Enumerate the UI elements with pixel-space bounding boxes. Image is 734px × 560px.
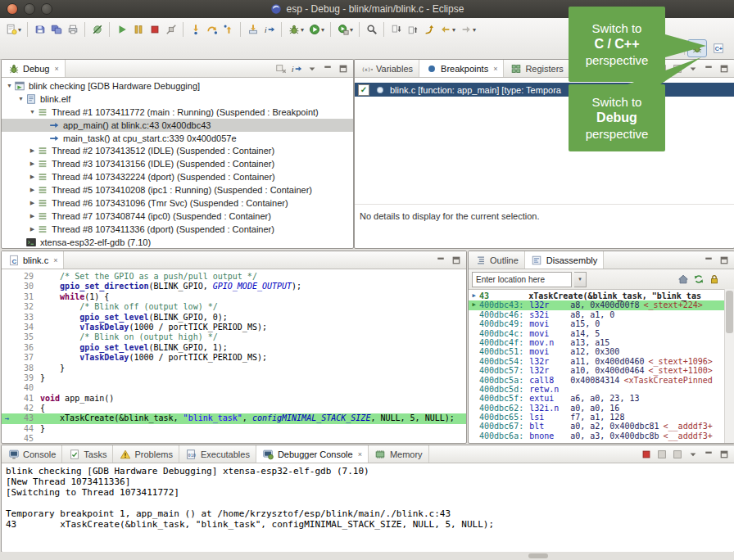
line-number[interactable]: 29: [12, 272, 40, 282]
twisty-icon[interactable]: ▶: [28, 200, 37, 206]
view-menu-icon[interactable]: [686, 448, 700, 461]
annotation-ruler[interactable]: [2, 332, 12, 342]
debug-tab-debug[interactable]: Debug×: [2, 60, 66, 77]
line-number[interactable]: 31: [12, 292, 40, 302]
lock-view-button[interactable]: [708, 273, 721, 286]
annotation-ruler[interactable]: [2, 272, 12, 282]
suspend-button[interactable]: [130, 20, 146, 38]
twisty-icon[interactable]: ▶: [28, 226, 37, 233]
twisty-icon[interactable]: ▶: [28, 187, 37, 193]
bottom-tab-console[interactable]: Console: [2, 445, 62, 463]
debug-tree-row[interactable]: ▶Thread #6 1073431096 (Tmr Svc) (Suspend…: [2, 196, 353, 210]
disconnect-button[interactable]: [163, 20, 179, 38]
annotation-ruler[interactable]: [2, 292, 12, 302]
step-over-button[interactable]: [204, 20, 220, 38]
forward-button[interactable]: ▾: [458, 20, 478, 38]
debug-tree-row[interactable]: ▶Thread #5 1073410208 (ipc1 : Running) (…: [2, 183, 353, 196]
instruction-stepping-button[interactable]: i: [261, 20, 277, 38]
instruction-stepping-mode-button[interactable]: i: [290, 62, 303, 75]
remove-all-terminated-button[interactable]: [274, 62, 288, 75]
back-button[interactable]: ▾: [437, 20, 457, 38]
breakpoint-checkbox[interactable]: ✓: [358, 84, 369, 96]
new-button[interactable]: ▾: [3, 20, 23, 38]
location-input[interactable]: [472, 272, 572, 287]
debug-tree-row[interactable]: ▼blink checking [GDB Hardware Debugging]: [2, 79, 353, 93]
search-button[interactable]: [364, 20, 379, 38]
debug-tree-row[interactable]: ▶Thread #4 1073432224 (dport) (Suspended…: [2, 170, 353, 183]
scrollbar[interactable]: [724, 289, 734, 443]
close-icon[interactable]: ×: [53, 256, 57, 264]
debug-tree-row[interactable]: ▶Thread #8 1073411336 (dport) (Suspended…: [2, 223, 353, 236]
debug-tree[interactable]: ▼blink checking [GDB Hardware Debugging]…: [2, 78, 353, 249]
align-to-pc-button[interactable]: [677, 273, 690, 286]
dropdown-arrow-icon[interactable]: ▾: [321, 26, 324, 34]
line-number[interactable]: 34: [12, 323, 40, 332]
twisty-icon[interactable]: ▼: [5, 83, 14, 88]
line-number[interactable]: 33: [12, 313, 40, 323]
maximize-icon[interactable]: [718, 254, 731, 267]
twisty-icon[interactable]: ▶: [28, 174, 37, 180]
debug-tree-row[interactable]: app_main() at blink.c:43 0x400dbc43: [2, 119, 353, 132]
resume-button[interactable]: [114, 20, 129, 38]
annotation-ruler[interactable]: [2, 282, 12, 291]
remove-all-breakpoints-button[interactable]: [671, 62, 684, 75]
view-menu-icon[interactable]: [686, 62, 700, 75]
debug-tree-row[interactable]: ▼Thread #1 1073411772 (main : Running) (…: [2, 106, 353, 119]
twisty-icon[interactable]: ▶: [28, 147, 37, 154]
save-all-button[interactable]: [48, 20, 64, 38]
line-number[interactable]: 43: [12, 413, 40, 423]
annotation-ruler[interactable]: [2, 373, 12, 383]
annotation-ruler[interactable]: [2, 434, 12, 444]
external-tools-button[interactable]: ▾: [335, 20, 355, 38]
debug-tree-row[interactable]: xtensa-esp32-elf-gdb (7.10): [2, 236, 353, 249]
remove-launch-button[interactable]: [655, 448, 668, 461]
debug-tree-row[interactable]: main_task() at cpu_start.c:339 0x400d057…: [2, 132, 353, 145]
maximize-icon[interactable]: [450, 254, 463, 267]
maximize-icon[interactable]: [718, 62, 731, 75]
terminate-button[interactable]: [147, 20, 162, 38]
drop-to-frame-button[interactable]: [245, 20, 261, 38]
close-icon[interactable]: ×: [54, 65, 58, 73]
line-number[interactable]: 36: [12, 343, 40, 353]
top-right-tab-registers[interactable]: Registers: [504, 60, 569, 77]
annotation-ruler[interactable]: [2, 394, 12, 404]
window-close-button[interactable]: [7, 3, 18, 15]
line-number[interactable]: 42: [12, 404, 40, 413]
line-number[interactable]: 44: [12, 424, 40, 434]
refresh-view-button[interactable]: [692, 273, 705, 286]
close-icon[interactable]: ×: [358, 450, 362, 458]
save-button[interactable]: [32, 20, 48, 38]
twisty-icon[interactable]: ▶: [28, 213, 37, 219]
annotation-ruler[interactable]: [2, 343, 12, 353]
previous-annotation-button[interactable]: [405, 20, 420, 38]
debug-tree-row[interactable]: ▼blink.elf: [2, 93, 353, 106]
line-number[interactable]: 37: [12, 353, 40, 363]
annotation-ruler[interactable]: [2, 424, 12, 434]
annotation-ruler[interactable]: [2, 353, 12, 363]
line-number[interactable]: 39: [12, 373, 40, 383]
close-icon[interactable]: ×: [493, 65, 497, 73]
right-tab-outline[interactable]: Outline: [469, 251, 525, 269]
instruction-pointer-icon[interactable]: →: [2, 413, 12, 423]
line-number[interactable]: 40: [12, 383, 40, 393]
bottom-tab-debugger-console[interactable]: Debugger Console×: [256, 445, 369, 463]
dropdown-arrow-icon[interactable]: ▾: [452, 26, 455, 34]
debug-tree-row[interactable]: ▶Thread #7 1073408744 (ipc0) (Suspended …: [2, 210, 353, 223]
top-right-tab-variables[interactable]: (x)=Variables: [355, 60, 419, 77]
annotation-ruler[interactable]: [2, 323, 12, 332]
twisty-icon[interactable]: ▼: [16, 96, 25, 102]
top-right-tab-breakpoints[interactable]: Breakpoints×: [419, 60, 504, 77]
terminate-button[interactable]: [640, 448, 653, 461]
location-dropdown-icon[interactable]: ▾: [574, 272, 587, 287]
breakpoint-item[interactable]: ✓ blink.c [function: app_main] [type: Te…: [355, 83, 734, 97]
debug-button[interactable]: ▾: [286, 20, 306, 38]
editor-tab-blink-c[interactable]: Cblink.c×: [2, 251, 64, 269]
console-output[interactable]: blink checking [GDB Hardware Debugging] …: [2, 463, 734, 532]
dropdown-arrow-icon[interactable]: ▾: [350, 26, 353, 34]
dropdown-arrow-icon[interactable]: ▾: [473, 26, 476, 34]
twisty-icon[interactable]: ▶: [28, 160, 37, 167]
minimize-icon[interactable]: [434, 254, 447, 267]
run-button[interactable]: ▾: [306, 20, 326, 38]
annotation-ruler[interactable]: [2, 404, 12, 413]
annotation-ruler[interactable]: [2, 313, 12, 323]
